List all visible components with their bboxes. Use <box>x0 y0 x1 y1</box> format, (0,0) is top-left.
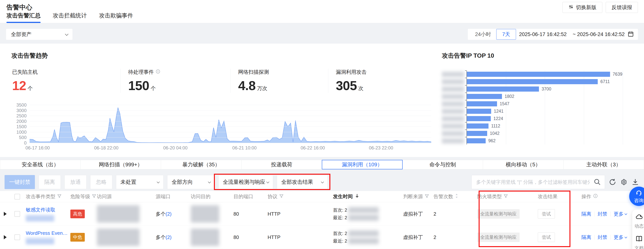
gridline <box>30 126 431 127</box>
redacted-ip-label <box>442 109 464 114</box>
bar-zone: 1112 <box>466 122 622 130</box>
redacted-tag <box>26 215 54 222</box>
settings-icon[interactable] <box>620 178 628 186</box>
stat-value: 4.8万次 <box>238 78 328 93</box>
redacted-ip-label <box>442 79 464 84</box>
column-header-12[interactable]: 攻击结果 <box>538 193 582 200</box>
protocol-cell: HTTP <box>268 234 333 240</box>
event-type-cell: 敏感文件读取 <box>26 206 70 222</box>
top10-chart: 763967113700180215471241122411121042962 <box>442 70 634 144</box>
row-checkbox[interactable] <box>14 211 20 217</box>
event-type-link[interactable]: 敏感文件读取 <box>26 206 68 213</box>
ban-action[interactable]: 封禁 <box>598 234 608 241</box>
docs-item[interactable]: 文档 <box>634 235 644 249</box>
y-axis-label: 1500 <box>12 124 26 129</box>
sort-icon[interactable] <box>455 194 458 200</box>
column-header-2[interactable]: 危险等级 <box>70 193 97 200</box>
top10-section: 攻击告警IP TOP 10 76396711370018021547124112… <box>432 52 634 157</box>
bar-value: 1112 <box>491 124 500 128</box>
column-header-7[interactable]: 协议 <box>268 193 333 200</box>
range-7d-button[interactable]: 7天 <box>496 29 516 40</box>
filter-icon[interactable] <box>57 194 62 200</box>
download-icon[interactable] <box>632 178 639 186</box>
column-header-3[interactable]: 访问源 <box>97 193 156 200</box>
stat-value: 12个 <box>12 78 120 93</box>
sort-desc-icon[interactable] <box>354 194 360 200</box>
redacted-ip-label <box>442 72 464 77</box>
search-input[interactable] <box>472 175 605 189</box>
switch-version-button[interactable]: 切换新版 <box>562 2 602 13</box>
redacted-ip-label <box>442 138 464 144</box>
source-port-cell: 多个(2) <box>156 211 191 217</box>
expand-row-icon[interactable] <box>4 212 7 216</box>
bar <box>467 109 491 114</box>
row-checkbox[interactable] <box>14 234 20 240</box>
category-tab-7[interactable]: 横向移动（5） <box>483 160 564 169</box>
ban-action[interactable]: 封禁 <box>598 211 608 217</box>
column-header-10[interactable]: 告警次数 <box>434 193 477 200</box>
isolate-action[interactable]: 隔离 <box>582 211 591 217</box>
category-tab-1[interactable]: 安全基线（出） <box>0 160 80 169</box>
attack-result-tag: 尝试 <box>538 209 555 219</box>
toolbar-select-2[interactable]: 全部方向 <box>167 175 215 189</box>
filter-icon[interactable] <box>504 194 508 200</box>
column-header-11[interactable]: 防火墙类型 <box>477 193 538 200</box>
category-tab-5[interactable]: 漏洞利用（109） <box>322 160 402 169</box>
port-count-link[interactable]: (2) <box>166 234 172 240</box>
category-tab-2[interactable]: 网络扫描（999+） <box>80 160 161 169</box>
top10-bar-row-3: 3700 <box>442 85 634 93</box>
top10-bar-row-10: 962 <box>442 137 634 144</box>
category-tabs: 安全基线（出）网络扫描（999+）暴力破解（35）投递载荷漏洞利用（109）命令… <box>0 160 644 169</box>
port-count-link[interactable]: (2) <box>166 211 172 217</box>
toolbar-button-1[interactable]: 隔离 <box>39 175 61 189</box>
top10-bar-row-8: 1112 <box>442 122 634 130</box>
toolbar-select-4[interactable]: 全部攻击结果 <box>277 175 328 189</box>
more-action[interactable]: 更多 <box>614 234 626 241</box>
toolbar-select-1[interactable]: 未处置 <box>116 175 164 189</box>
event-type-link[interactable]: WordPress EventON ... <box>26 230 68 236</box>
select-all-checkbox[interactable] <box>14 194 20 200</box>
toolbar-button-3[interactable]: 忽略 <box>90 175 112 189</box>
redacted-source <box>97 205 140 223</box>
category-tab-3[interactable]: 暴力破解（35） <box>161 160 242 169</box>
isolate-action[interactable]: 隔离 <box>582 234 591 241</box>
expand-row-icon[interactable] <box>4 235 7 239</box>
filter-icon[interactable] <box>279 194 284 200</box>
top10-bar-row-9: 1042 <box>442 130 634 137</box>
bulk-ban-button[interactable]: 一键封禁 <box>4 175 35 189</box>
floating-panel: 动态 文档 <box>632 209 644 249</box>
y-axis-label: 2500 <box>12 113 26 118</box>
header-tab-3[interactable]: 攻击欺骗事件 <box>99 12 133 23</box>
toolbar-select-3[interactable]: 全流量检测与响应 <box>218 175 273 189</box>
refresh-icon[interactable] <box>609 178 616 186</box>
column-header-4[interactable]: 源端口 <box>156 193 191 200</box>
category-tab-6[interactable]: 命令与控制 <box>402 160 483 169</box>
dynamic-item[interactable]: 动态 <box>634 213 644 229</box>
header-tab-1[interactable]: 攻击告警汇总 <box>6 12 40 23</box>
bar-value: 3700 <box>542 86 551 92</box>
column-header-5[interactable]: 访问目的 <box>191 193 234 200</box>
asset-select[interactable]: 全部资产 <box>6 29 72 40</box>
top10-bar-row-6: 1241 <box>442 108 634 115</box>
header-tab-2[interactable]: 攻击拦截统计 <box>53 12 87 23</box>
end-date[interactable]: ~ 2025-06-24 16:42:52 <box>573 32 625 37</box>
chevron-down-icon <box>157 180 160 183</box>
column-header-1[interactable]: 攻击事件类型 <box>26 193 70 200</box>
search-icon[interactable] <box>594 178 601 186</box>
column-header-8[interactable]: 发生时间 <box>333 193 403 200</box>
start-date[interactable]: 2025-06-17 16:42:52 <box>519 32 567 37</box>
top10-bar-row-1: 7639 <box>442 70 634 78</box>
filter-icon[interactable] <box>92 194 96 200</box>
column-header-6[interactable]: 目的端口 <box>234 193 268 200</box>
toolbar-button-2[interactable]: 放通 <box>64 175 86 189</box>
range-24h-button[interactable]: 24小时 <box>470 29 496 40</box>
category-tab-4[interactable]: 投递载荷 <box>242 160 322 169</box>
x-axis-label: 06-20 04:00 <box>163 145 188 150</box>
category-tab-8[interactable]: 主动外联（3） <box>564 160 644 169</box>
stat-value: 150个 <box>128 78 230 93</box>
feedback-button[interactable]: 反馈误报 <box>606 2 638 13</box>
calendar-icon[interactable] <box>628 31 634 38</box>
filter-icon[interactable] <box>425 194 429 200</box>
column-header-9[interactable]: 判断来源 <box>403 193 434 200</box>
more-action[interactable]: 更多 <box>614 211 626 217</box>
